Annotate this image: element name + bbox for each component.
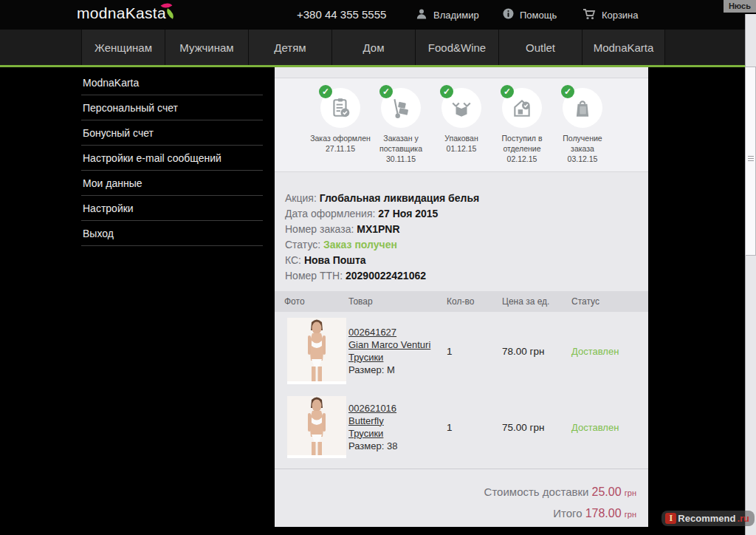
step-check-icon: ✓ (379, 85, 393, 98)
help-menu[interactable]: Помощь (503, 0, 557, 30)
grand-total-value: 178.00 (585, 507, 622, 519)
col-price: Цена за ед. (502, 296, 571, 307)
order-totals: Стоимость доставки 25.00 грн Итого 178.0… (275, 468, 648, 520)
step-title: Заказ оформлен (310, 133, 371, 143)
help-label: Помощь (520, 10, 557, 21)
handtruck-icon: ✓ (381, 88, 421, 128)
sidebar-item-email-settings[interactable]: Настройки e-mail сообщений (81, 146, 263, 171)
nav-item-women[interactable]: Женщинам (81, 30, 165, 65)
cart-menu[interactable]: Корзина (583, 0, 639, 30)
order-panel: ✓ Заказ оформлен 27.11.15 ✓ Заказан у по… (275, 67, 648, 527)
product-status: Доставлен (571, 346, 619, 357)
product-sku-link[interactable]: 002641627 (348, 327, 441, 338)
product-photo[interactable] (287, 318, 346, 384)
watermark: I Recommend .ru (662, 511, 755, 526)
scrollbar-thumb[interactable] (745, 67, 756, 256)
step-date: 02.12.15 (492, 154, 552, 164)
grand-total-label: Итого (553, 507, 582, 519)
nav-item-home[interactable]: Дом (331, 30, 415, 65)
sidebar-item-bonus-account[interactable]: Бонусный счет (81, 120, 263, 146)
delivery-cost-label: Стоимость доставки (484, 485, 589, 498)
shopping-bag-icon: ✓ (563, 88, 602, 128)
step-check-icon: ✓ (440, 85, 453, 98)
nav-item-foodwine[interactable]: Food&Wine (415, 30, 498, 65)
nav-item-men[interactable]: Мужчинам (165, 30, 248, 65)
col-photo: Фото (275, 296, 348, 307)
sidebar-item-my-data[interactable]: Мои данные (81, 171, 263, 196)
cart-icon (583, 8, 596, 22)
sidebar-item-personal-account[interactable]: Персональный счет (81, 95, 263, 120)
ttn-label: Номер ТТН: (285, 270, 343, 282)
product-sku-link[interactable]: 002621016 (348, 403, 441, 414)
ttn-value: 20290022421062 (346, 270, 426, 282)
user-menu[interactable]: Владимир (416, 0, 479, 30)
step-date: 27.11.15 (310, 143, 371, 154)
user-icon (416, 8, 427, 22)
product-size: Размер: 38 (348, 440, 441, 451)
tracker-step-packed: ✓ Упакован 01.12.15 (431, 88, 492, 165)
account-sidebar: ModnaKarta Персональный счет Бонусный сч… (81, 70, 263, 246)
items-table-header: Фото Товар Кол-во Цена за ед. Статус (275, 291, 648, 312)
step-check-icon: ✓ (501, 85, 514, 98)
delivery-cost-value: 25.00 (592, 485, 622, 498)
top-bar: modnaKasta +380 44 355 5555 Владимир Пом… (0, 0, 756, 30)
overlay-tab[interactable]: Нюсь (724, 0, 756, 13)
step-date: 03.12.15 (552, 154, 613, 164)
tracker-step-arrived-at-branch: ✓ Поступил в отделение 02.12.15 (492, 88, 552, 165)
product-name-link[interactable]: Трусики (348, 352, 441, 363)
step-title: Заказан у поставщика (371, 133, 431, 154)
watermark-icon: I (665, 513, 676, 524)
scrollbar-grip-icon (748, 156, 754, 163)
col-status: Статус (571, 296, 648, 307)
tracker-step-ordered-from-supplier: ✓ Заказан у поставщика 30.11.15 (371, 88, 431, 165)
step-title: Получение заказа (552, 133, 613, 154)
tracker-step-placed: ✓ Заказ оформлен 27.11.15 (310, 88, 371, 165)
phone-number: +380 44 355 5555 (297, 8, 386, 21)
promo-label: Акция: (285, 192, 317, 204)
nav-item-modnakarta[interactable]: ModnaKarta (582, 30, 665, 65)
step-title: Поступил в отделение (492, 133, 552, 154)
user-name: Владимир (433, 10, 479, 21)
product-brand-link[interactable]: Butterfly (348, 415, 441, 426)
watermark-name: Recommend (678, 513, 735, 524)
table-row: 002641627 Gian Marco Venturi Трусики Раз… (275, 312, 648, 390)
order-number-value: MX1PNR (357, 223, 399, 235)
col-qty: Кол-во (441, 296, 502, 307)
sidebar-item-settings[interactable]: Настройки (81, 196, 263, 221)
status-label: Статус: (285, 239, 320, 251)
order-date-label: Дата оформления: (285, 208, 375, 219)
step-date: 01.12.15 (431, 143, 492, 154)
order-date-value: 27 Ноя 2015 (378, 208, 438, 219)
order-number-label: Номер заказа: (285, 223, 354, 235)
product-qty: 1 (447, 346, 453, 357)
nav-item-kids[interactable]: Детям (248, 30, 331, 65)
order-progress-tracker: ✓ Заказ оформлен 27.11.15 ✓ Заказан у по… (275, 78, 648, 172)
step-date: 30.11.15 (371, 154, 431, 164)
product-brand-link[interactable]: Gian Marco Venturi (348, 339, 441, 350)
sidebar-item-modnakarta[interactable]: ModnaKarta (81, 70, 263, 95)
product-status: Доставлен (571, 422, 619, 433)
step-title: Упакован (431, 133, 492, 143)
product-price: 78.00 грн (502, 346, 544, 357)
logo[interactable]: modnaKasta (77, 4, 166, 22)
main-nav: Женщинам Мужчинам Детям Дом Food&Wine Ou… (0, 30, 756, 65)
product-photo[interactable] (287, 396, 346, 458)
col-product: Товар (348, 296, 441, 307)
grand-total-currency: грн (625, 510, 636, 519)
nav-item-outlet[interactable]: Outlet (498, 30, 582, 65)
product-qty: 1 (447, 422, 453, 433)
product-price: 75.00 грн (502, 422, 544, 433)
order-note-icon: ✓ (320, 88, 360, 128)
order-details: Акция: Глобальная ликвидация белья Дата … (275, 172, 648, 282)
promo-value: Глобальная ликвидация белья (320, 192, 480, 204)
product-name-link[interactable]: Трусики (348, 428, 441, 439)
warehouse-check-icon: ✓ (502, 88, 542, 128)
cart-label: Корзина (602, 10, 639, 21)
tracker-step-pickup: ✓ Получение заказа 03.12.15 (552, 88, 613, 165)
carrier-label: КС: (285, 254, 301, 266)
product-size: Размер: M (348, 364, 441, 375)
table-row: 002621016 Butterfly Трусики Размер: 38 1… (275, 390, 648, 464)
sidebar-item-logout[interactable]: Выход (81, 221, 263, 246)
carrier-value: Нова Пошта (304, 254, 366, 266)
status-value: Заказ получен (323, 239, 397, 251)
